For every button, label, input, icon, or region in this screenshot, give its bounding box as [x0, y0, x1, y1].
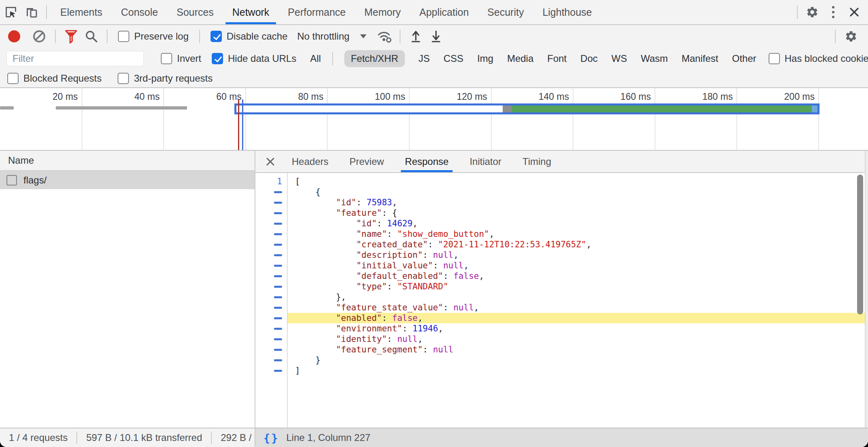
vertical-scrollbar[interactable]	[857, 175, 863, 314]
filter-input[interactable]	[6, 51, 144, 66]
invert-checkbox[interactable]: Invert	[161, 53, 201, 64]
filter-type-wasm[interactable]: Wasm	[641, 53, 668, 64]
code-line: "feature": {	[288, 208, 868, 218]
filter-type-font[interactable]: Font	[547, 53, 567, 64]
device-toolbar-icon[interactable]	[21, 0, 42, 24]
wrapped-line-mark-icon	[274, 359, 282, 361]
code-line: "type": "STANDARD"	[288, 281, 868, 292]
filter-type-img[interactable]: Img	[477, 53, 493, 64]
filter-funnel-icon[interactable]	[62, 27, 80, 45]
divider	[46, 5, 47, 19]
settings-gear-icon[interactable]	[802, 0, 823, 24]
network-summary-bar: 1 / 4 requests 597 B / 10.1 kB transferr…	[0, 428, 255, 447]
tab-performance[interactable]: Performance	[278, 0, 355, 24]
scrollbar-rail	[865, 151, 868, 428]
code-line: "initial_value": null,	[288, 260, 868, 271]
detail-tab-headers[interactable]: Headers	[290, 151, 330, 172]
request-row-flags[interactable]: flags/	[0, 171, 255, 189]
timeline-gridline	[818, 88, 819, 150]
filter-type-all[interactable]: All	[310, 53, 321, 64]
checkbox-checked	[212, 53, 223, 64]
checkbox-unchecked	[118, 31, 129, 42]
main-split: Name flags/ Headers Preview Response Ini…	[0, 151, 868, 428]
code-line: "name": "show_demo_button",	[288, 229, 868, 239]
selected-request-bar[interactable]	[234, 103, 820, 114]
tab-application[interactable]: Application	[410, 0, 478, 24]
gutter-line	[255, 334, 287, 344]
filter-type-ws[interactable]: WS	[611, 53, 627, 64]
wrapped-line-mark-icon	[274, 202, 282, 204]
filter-type-doc[interactable]: Doc	[580, 53, 598, 64]
detail-tab-response[interactable]: Response	[403, 151, 450, 172]
transferred-size: 597 B / 10.1 kB transferred	[77, 432, 212, 444]
wrapped-line-mark-icon	[274, 317, 282, 319]
close-devtools-icon[interactable]	[844, 0, 865, 24]
close-detail-icon[interactable]	[259, 151, 281, 172]
has-blocked-cookies-checkbox[interactable]: Has blocked cookies	[769, 53, 868, 64]
timeline-gridline	[82, 88, 82, 150]
request-checkbox[interactable]	[6, 175, 17, 186]
wrapped-line-mark-icon	[274, 254, 282, 256]
filter-type-js[interactable]: JS	[419, 53, 430, 64]
export-har-icon[interactable]	[427, 27, 445, 45]
import-har-icon[interactable]	[407, 27, 425, 45]
detail-tabbar: Headers Preview Response Initiator Timin…	[255, 151, 868, 173]
devtools-window: Elements Console Sources Network Perform…	[0, 0, 868, 447]
tab-security[interactable]: Security	[478, 0, 533, 24]
network-toolbar: Preserve log Disable cache No throttling	[0, 25, 868, 48]
gutter-line	[255, 323, 287, 334]
timeline-overview[interactable]: 20 ms40 ms60 ms80 ms100 ms120 ms140 ms16…	[0, 88, 868, 151]
network-conditions-icon[interactable]	[375, 27, 393, 45]
gutter-line	[255, 250, 287, 260]
request-checksbar: Blocked Requests 3rd-party requests	[0, 70, 868, 88]
filter-type-media[interactable]: Media	[507, 53, 533, 64]
tab-network[interactable]: Network	[223, 0, 279, 24]
waterfall-seg-stall	[503, 105, 512, 112]
tab-memory[interactable]: Memory	[355, 0, 410, 24]
inspect-element-icon[interactable]	[0, 0, 21, 24]
code-line: },	[288, 292, 868, 302]
pretty-print-button[interactable]: {}	[263, 432, 279, 444]
filter-type-fetch-xhr[interactable]: Fetch/XHR	[344, 50, 405, 67]
waterfall-seg-wait	[236, 105, 502, 112]
filter-type-manifest[interactable]: Manifest	[682, 53, 718, 64]
other-request-bar[interactable]	[56, 106, 187, 110]
wrapped-line-mark-icon	[274, 296, 282, 298]
detail-tab-preview[interactable]: Preview	[348, 151, 386, 172]
record-button[interactable]	[8, 30, 20, 42]
throttling-select[interactable]: No throttling	[297, 31, 366, 42]
clear-network-log-icon[interactable]	[33, 30, 45, 42]
tab-elements[interactable]: Elements	[51, 0, 112, 24]
timeline-tick-label: 160 ms	[590, 91, 651, 102]
hide-data-urls-checkbox[interactable]: Hide data URLs	[212, 53, 296, 64]
main-tabbar: Elements Console Sources Network Perform…	[0, 0, 868, 25]
gutter-line	[255, 260, 287, 271]
code-line: [	[288, 176, 868, 187]
search-icon[interactable]	[82, 27, 100, 45]
timeline-gridline	[491, 88, 492, 150]
filter-type-css[interactable]: CSS	[444, 53, 463, 64]
load-event-line	[238, 99, 239, 150]
other-request-bar[interactable]	[0, 106, 14, 110]
name-column-header[interactable]: Name	[0, 151, 255, 171]
network-settings-gear-icon[interactable]	[842, 27, 860, 45]
timeline-gridline	[245, 88, 246, 150]
blocked-requests-checkbox[interactable]: Blocked Requests	[7, 73, 101, 84]
tab-sources[interactable]: Sources	[167, 0, 223, 24]
detail-tab-timing[interactable]: Timing	[521, 151, 553, 172]
detail-tab-initiator[interactable]: Initiator	[468, 151, 503, 172]
gutter-line	[255, 187, 287, 197]
tab-console[interactable]: Console	[112, 0, 167, 24]
third-party-requests-checkbox[interactable]: 3rd-party requests	[118, 73, 213, 84]
preserve-log-checkbox[interactable]: Preserve log	[118, 31, 189, 42]
timeline-gridline	[655, 88, 655, 150]
filter-type-other[interactable]: Other	[732, 53, 756, 64]
disable-cache-checkbox[interactable]: Disable cache	[211, 31, 288, 42]
request-list-panel: Name flags/	[0, 151, 255, 428]
divider	[835, 30, 836, 43]
response-code-editor[interactable]: 1 [ { "id": 75983, "feature": { "id": 14…	[255, 173, 868, 428]
tab-lighthouse[interactable]: Lighthouse	[533, 0, 601, 24]
more-options-icon[interactable]	[823, 0, 844, 24]
timeline-tick-label: 60 ms	[181, 91, 242, 102]
gutter-line	[255, 344, 287, 355]
